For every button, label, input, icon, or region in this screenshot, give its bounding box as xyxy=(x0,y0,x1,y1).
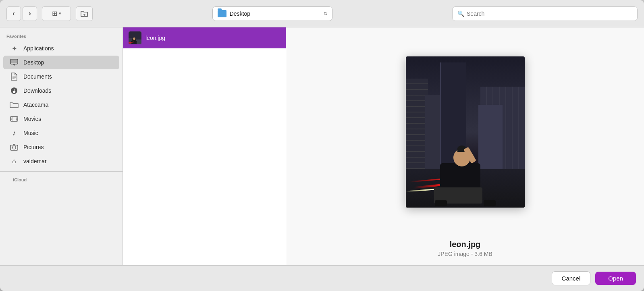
svg-point-21 xyxy=(12,146,16,149)
sidebar-item-documents[interactable]: Documents xyxy=(3,70,119,83)
search-bar: 🔍 xyxy=(452,6,638,21)
location-title: Desktop xyxy=(230,10,250,17)
sidebar-item-ataccama[interactable]: Ataccama xyxy=(3,98,119,112)
download-icon xyxy=(10,86,19,95)
sidebar-item-music[interactable]: ♪ Music xyxy=(3,126,119,140)
sidebar-item-desktop[interactable]: Desktop xyxy=(3,56,119,69)
svg-rect-3 xyxy=(11,60,17,63)
preview-info: leon.jpg JPEG image - 3.6 MB xyxy=(438,235,492,257)
folder-blue-icon xyxy=(218,10,226,17)
search-icon: 🔍 xyxy=(457,10,464,17)
folder-icon xyxy=(10,100,19,109)
sidebar-item-downloads[interactable]: Downloads xyxy=(3,84,119,98)
new-folder-button[interactable] xyxy=(76,6,93,21)
file-list-panel: leon.jpg xyxy=(123,27,286,265)
location-bar[interactable]: Desktop ⇅ xyxy=(212,6,333,21)
svg-rect-13 xyxy=(10,116,18,121)
movies-svg-icon xyxy=(10,115,18,123)
location-chevron-icon: ⇅ xyxy=(324,11,327,16)
file-name-leon-jpg: leon.jpg xyxy=(145,35,165,41)
building-right-2 xyxy=(478,105,503,171)
back-icon xyxy=(12,9,15,18)
movies-icon xyxy=(10,114,19,123)
download-svg-icon xyxy=(10,87,18,95)
preview-fileinfo: JPEG image - 3.6 MB xyxy=(438,251,492,257)
file-open-dialog: ⊞ ▾ Desktop ⇅ 🔍 xyxy=(0,0,644,291)
sidebar-item-pictures[interactable]: Pictures xyxy=(3,140,119,154)
svg-point-28 xyxy=(133,37,135,40)
folder-svg-icon xyxy=(10,101,19,108)
bottom-bar: Cancel Open xyxy=(0,265,644,291)
desktop-svg-icon xyxy=(10,59,18,66)
toolbar: ⊞ ▾ Desktop ⇅ 🔍 xyxy=(0,0,644,27)
sidebar: Favorites ✦ Applications Desktop xyxy=(0,27,123,265)
favorites-label: Favorites xyxy=(0,32,123,41)
camera-svg-icon xyxy=(10,143,18,151)
rocket-icon: ✦ xyxy=(10,44,19,53)
back-button[interactable] xyxy=(6,6,21,21)
sidebar-item-pictures-label: Pictures xyxy=(23,144,44,150)
nav-buttons xyxy=(6,6,37,21)
search-input[interactable] xyxy=(467,10,632,17)
view-chevron-icon: ▾ xyxy=(59,11,61,16)
sidebar-item-ataccama-label: Ataccama xyxy=(23,102,48,108)
view-button[interactable]: ⊞ ▾ xyxy=(42,6,71,21)
icloud-label: iCloud xyxy=(6,176,116,185)
sidebar-item-music-label: Music xyxy=(23,130,38,136)
sidebar-item-movies-label: Movies xyxy=(23,116,41,122)
sidebar-item-downloads-label: Downloads xyxy=(23,87,51,94)
shoe-right xyxy=(484,200,496,206)
forward-button[interactable] xyxy=(23,6,37,21)
sidebar-item-valdemar[interactable]: ⌂ valdemar xyxy=(3,154,119,168)
file-item-leon-jpg[interactable]: leon.jpg xyxy=(123,27,286,48)
pictures-icon xyxy=(10,143,19,152)
preview-panel: leon.jpg JPEG image - 3.6 MB xyxy=(286,27,644,265)
sidebar-item-movies[interactable]: Movies xyxy=(3,112,119,126)
sidebar-item-documents-label: Documents xyxy=(23,73,52,80)
document-icon xyxy=(10,72,19,81)
location-content: Desktop xyxy=(218,10,250,17)
desktop-icon xyxy=(10,58,19,67)
forward-icon xyxy=(29,9,31,18)
music-icon: ♪ xyxy=(10,129,19,137)
sidebar-item-desktop-label: Desktop xyxy=(23,59,44,66)
new-folder-icon xyxy=(80,10,88,17)
icloud-section: iCloud xyxy=(0,171,123,186)
preview-image-container xyxy=(294,35,636,229)
preview-image xyxy=(406,56,525,208)
open-button[interactable]: Open xyxy=(595,272,636,285)
file-thumbnail xyxy=(129,31,141,44)
sidebar-item-valdemar-label: valdemar xyxy=(23,158,47,164)
view-grid-icon: ⊞ xyxy=(52,10,57,17)
sidebar-item-applications[interactable]: ✦ Applications xyxy=(3,42,119,55)
cancel-button[interactable]: Cancel xyxy=(552,271,591,285)
sidebar-item-applications-label: Applications xyxy=(23,45,54,52)
main-content: Favorites ✦ Applications Desktop xyxy=(0,27,644,265)
home-icon: ⌂ xyxy=(10,157,19,166)
document-svg-icon xyxy=(10,73,18,81)
preview-filename: leon.jpg xyxy=(438,240,492,249)
leon-jpg-thumb xyxy=(129,31,141,44)
building-1 xyxy=(406,79,428,171)
shoe-left xyxy=(435,200,447,206)
